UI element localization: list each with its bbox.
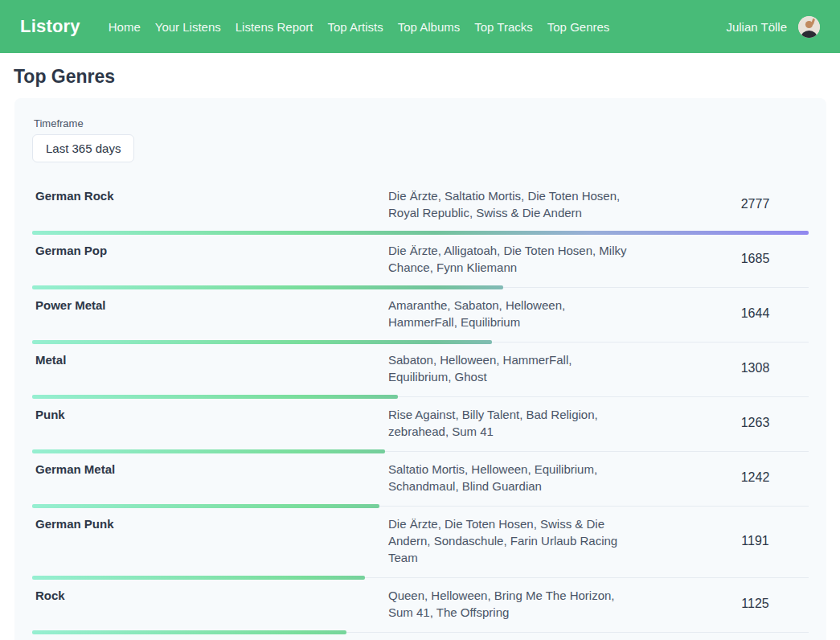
genre-count: 1308: [637, 361, 809, 375]
genre-name: German Punk: [32, 515, 388, 532]
main-nav: Home Your Listens Listens Report Top Art…: [101, 15, 617, 39]
brand-logo[interactable]: Listory: [20, 16, 80, 37]
page-title: Top Genres: [14, 66, 826, 88]
timeframe-label: Timeframe: [34, 117, 809, 129]
genre-row: Metal Sabaton, Helloween, HammerFall, Eq…: [32, 343, 809, 397]
nav-link-home[interactable]: Home: [101, 15, 148, 39]
main-content: Top Genres Timeframe Last 365 days Germa…: [0, 53, 840, 640]
genre-name: German Metal: [32, 461, 388, 478]
genre-row: Power Metal Amaranthe, Sabaton, Hellowee…: [32, 288, 809, 343]
timeframe-select[interactable]: Last 365 days: [32, 134, 134, 162]
genre-count: 1125: [637, 597, 809, 611]
genre-artists: Rise Against, Billy Talent, Bad Religion…: [388, 406, 637, 440]
nav-link-listens-report[interactable]: Listens Report: [228, 15, 321, 39]
genres-table: German Rock Die Ärzte, Saltatio Mortis, …: [32, 178, 809, 640]
genre-name: Metal: [32, 351, 388, 368]
genre-name: Punk: [32, 406, 388, 423]
genre-row: German Punk Die Ärzte, Die Toten Hosen, …: [32, 507, 809, 578]
top-genres-card: Timeframe Last 365 days German Rock Die …: [14, 98, 826, 640]
genre-row: Rock Queen, Helloween, Bring Me The Hori…: [32, 578, 809, 633]
genre-artists: Queen, Helloween, Bring Me The Horizon, …: [388, 587, 637, 621]
genre-name: German Rock: [32, 187, 388, 204]
genre-artists: Die Ärzte, Alligatoah, Die Toten Hosen, …: [388, 242, 637, 276]
genre-row: Medieval Rock Saltatio Mortis, Feuerschw…: [32, 633, 809, 640]
genre-count: 1242: [637, 470, 809, 485]
genre-count: 2777: [637, 197, 809, 211]
nav-user-area: Julian Tölle: [726, 16, 820, 38]
genre-count: 1644: [637, 306, 809, 321]
genre-name: German Pop: [32, 242, 388, 259]
genre-artists: Die Ärzte, Saltatio Mortis, Die Toten Ho…: [388, 187, 637, 221]
nav-link-top-genres[interactable]: Top Genres: [540, 15, 617, 39]
genre-artists: Sabaton, Helloween, HammerFall, Equilibr…: [388, 351, 637, 385]
genre-artists: Saltatio Mortis, Helloween, Equilibrium,…: [388, 461, 637, 494]
genre-row: German Rock Die Ärzte, Saltatio Mortis, …: [32, 178, 809, 233]
nav-link-top-albums[interactable]: Top Albums: [391, 15, 468, 39]
genre-name: Power Metal: [32, 297, 388, 314]
nav-link-top-artists[interactable]: Top Artists: [321, 15, 391, 39]
genre-count: 1685: [637, 252, 809, 266]
genre-artists: Amaranthe, Sabaton, Helloween, HammerFal…: [388, 297, 637, 330]
user-name: Julian Tölle: [726, 20, 787, 34]
nav-link-top-tracks[interactable]: Top Tracks: [467, 15, 540, 39]
genre-row: German Metal Saltatio Mortis, Helloween,…: [32, 452, 809, 507]
nav-link-your-listens[interactable]: Your Listens: [148, 15, 228, 39]
user-avatar[interactable]: [798, 16, 820, 38]
genre-row: German Pop Die Ärzte, Alligatoah, Die To…: [32, 233, 809, 288]
genre-count: 1191: [637, 534, 809, 548]
genre-name: Rock: [32, 587, 388, 604]
navbar: Listory Home Your Listens Listens Report…: [0, 0, 840, 53]
avatar-photo: [798, 16, 820, 38]
genre-count: 1263: [637, 416, 809, 430]
genre-artists: Die Ärzte, Die Toten Hosen, Swiss & Die …: [388, 515, 637, 566]
genre-row: Punk Rise Against, Billy Talent, Bad Rel…: [32, 397, 809, 452]
